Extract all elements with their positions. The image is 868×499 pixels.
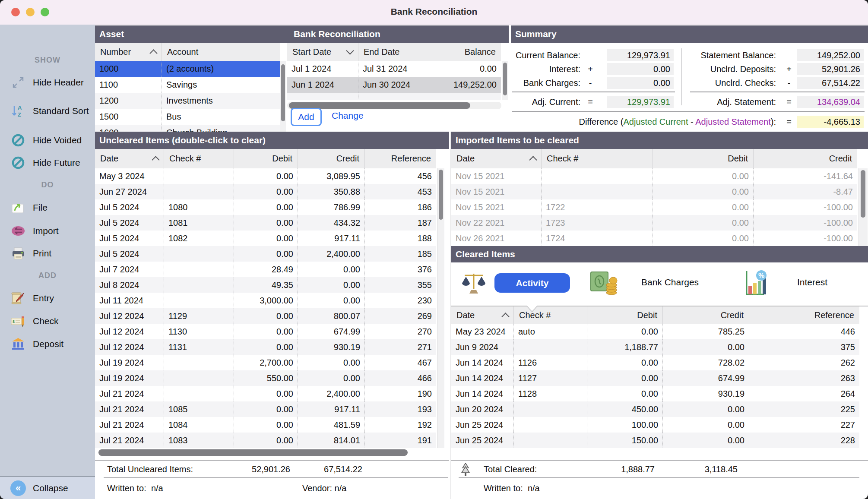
sidebar-item-entry[interactable]: Entry [0,289,95,308]
cell-check: 1722 [542,199,653,215]
table-row[interactable]: 1500Bus [95,109,280,125]
cell-number: 1000 [95,61,162,77]
table-row[interactable]: Nov 22 202117230.00-100.00 [451,215,857,231]
sidebar-item-label: Deposit [33,339,63,349]
summary-operator: + [584,63,597,75]
table-row[interactable]: Jul 1 2024Jul 31 20240.00 [287,61,501,77]
table-row[interactable]: Jun 14 202411260.00728.02262 [451,355,859,370]
cell-credit: 674.99 [298,324,365,339]
table-row[interactable]: Jul 5 202410800.00786.99186 [95,199,436,215]
table-row[interactable]: Jul 21 20240.002,400.00190 [95,386,436,401]
column-header-reference[interactable]: Reference [749,306,859,324]
table-row[interactable]: Jul 19 2024550.000.00466 [95,370,436,386]
imported-vertical-scrollbar[interactable] [858,168,868,246]
table-row[interactable]: Jun 14 202411270.00674.99263 [451,370,859,386]
table-row[interactable]: Nov 26 202117240.00-100.00 [451,231,857,246]
sidebar-item-label: File [33,202,48,213]
table-row[interactable]: Jun 25 2024100.000.00227 [451,417,859,433]
table-row[interactable]: Jun 20 2024450.000.00225 [451,401,859,417]
table-row[interactable]: Jul 11 20243,000.000.00230 [95,293,436,308]
table-row[interactable]: May 3 20240.003,089.95456 [95,168,436,184]
table-row[interactable]: Jun 27 20240.00350.88453 [95,184,436,199]
column-header-credit[interactable]: Credit [754,149,857,168]
no-entry-icon [10,133,26,148]
written-to-value: n/a [528,483,540,493]
table-row[interactable]: 1600Church Building [95,125,280,132]
cleared-panel-title: Cleared Items [451,249,515,259]
cell-date: Jun 25 2024 [451,433,514,448]
cell-check: 1083 [164,433,234,448]
cell-date: Jun 14 2024 [451,386,514,401]
summary-panel-header: Summary [511,25,868,43]
vendor-label: Vendor: n/a [302,483,346,493]
cleared-totals-label: Total Cleared: [484,464,537,474]
tab-bank-charges[interactable]: Bank Charges [641,277,699,287]
column-header-credit[interactable]: Credit [298,149,365,168]
column-header-check[interactable]: Check # [542,149,653,168]
table-row[interactable]: Jul 12 202411290.00800.07269 [95,308,436,324]
collapse-button[interactable]: « Collapse [0,480,95,496]
change-button[interactable]: Change [332,111,364,121]
table-row[interactable]: Nov 15 202117220.00-100.00 [451,199,857,215]
sidebar-item-hide-voided[interactable]: Hide Voided [0,131,95,150]
column-header-debit[interactable]: Debit [234,149,298,168]
column-header-end-date[interactable]: End Date [358,43,436,61]
column-header-reference[interactable]: Reference [365,149,436,168]
cell-reference: 225 [749,401,859,417]
table-row[interactable]: 1200Investments [95,93,280,109]
table-row[interactable]: Jul 7 202428.490.00376 [95,262,436,277]
column-header-date[interactable]: Date [451,306,514,324]
table-row[interactable]: Jul 5 202410810.00434.32187 [95,215,436,231]
sidebar-item-hide-header[interactable]: Hide Header [0,73,95,92]
column-header-credit[interactable]: Credit [663,306,749,324]
interest-value-field[interactable]: 0.00 [607,63,674,75]
table-row[interactable]: Jul 12 202411300.00674.99270 [95,324,436,339]
table-row[interactable]: 1100Savings [95,77,280,93]
table-row[interactable]: Nov 15 20210.00-8.47 [451,184,857,199]
sidebar-item-print[interactable]: Print [0,244,95,263]
column-header-account[interactable]: Account [162,43,280,61]
table-row[interactable]: Jul 21 202410850.00917.11193 [95,401,436,417]
tab-interest[interactable]: Interest [797,277,827,287]
table-row[interactable]: Jul 19 20242,700.000.00467 [95,355,436,370]
column-header-debit[interactable]: Debit [587,306,663,324]
column-header-debit[interactable]: Debit [653,149,754,168]
table-row[interactable]: Jul 21 202410830.00814.01191 [95,433,436,448]
table-row[interactable]: Jul 5 202410820.00917.11188 [95,231,436,246]
sidebar-item-hide-future[interactable]: Hide Future [0,153,95,172]
column-header-number[interactable]: Number [95,43,162,61]
sidebar-item-standard-sort[interactable]: AZ Standard Sort [0,95,95,126]
column-header-date[interactable]: Date [95,149,164,168]
cell-credit: 0.00 [298,355,365,370]
uncleared-vertical-scrollbar[interactable] [437,168,444,448]
table-row[interactable]: Jul 12 202411310.00930.19271 [95,339,436,355]
sidebar-item-check[interactable]: $ Check [0,312,95,331]
sidebar-item-file[interactable]: File [0,198,95,217]
sidebar-item-import[interactable]: Import [0,221,95,240]
svg-text:%: % [758,272,764,279]
column-header-check[interactable]: Check # [514,306,587,324]
table-row[interactable]: May 23 2024auto0.00785.25446 [451,324,859,339]
column-header-start-date[interactable]: Start Date [287,43,358,61]
table-row[interactable]: Jul 21 202410840.00481.59192 [95,417,436,433]
add-button[interactable]: Add [291,108,322,126]
cell-account: Church Building [162,125,280,132]
table-row[interactable]: Jun 25 2024150.000.00228 [451,433,859,448]
table-row[interactable]: Jul 8 202449.350.00355 [95,277,436,293]
table-row[interactable]: Jul 5 20240.002,400.00185 [95,246,436,262]
table-row[interactable]: 1000(2 accounts) [95,61,280,77]
table-row[interactable]: Jun 9 20241,188.770.00375 [451,339,859,355]
tab-activity[interactable]: Activity [494,273,570,293]
column-header-date[interactable]: Date [451,149,542,168]
column-header-check[interactable]: Check # [164,149,234,168]
sidebar: SHOW Hide Header AZ Standard Sort Hide V… [0,25,95,476]
table-row[interactable]: Jun 1 2024Jun 30 2024149,252.00 [287,77,501,93]
table-row[interactable]: Nov 15 20210.00-141.64 [451,168,857,184]
asset-vertical-scrollbar[interactable] [280,61,286,132]
uncleared-horizontal-scrollbar[interactable] [98,449,408,456]
sidebar-item-deposit[interactable]: Deposit [0,335,95,354]
cell-check: 1080 [164,199,234,215]
table-row[interactable]: Jun 14 202411280.00930.19264 [451,386,859,401]
asset-table: 1000(2 accounts)1100Savings1200Investmen… [95,61,280,125]
bank-charges-value-field[interactable]: 0.00 [607,77,674,89]
